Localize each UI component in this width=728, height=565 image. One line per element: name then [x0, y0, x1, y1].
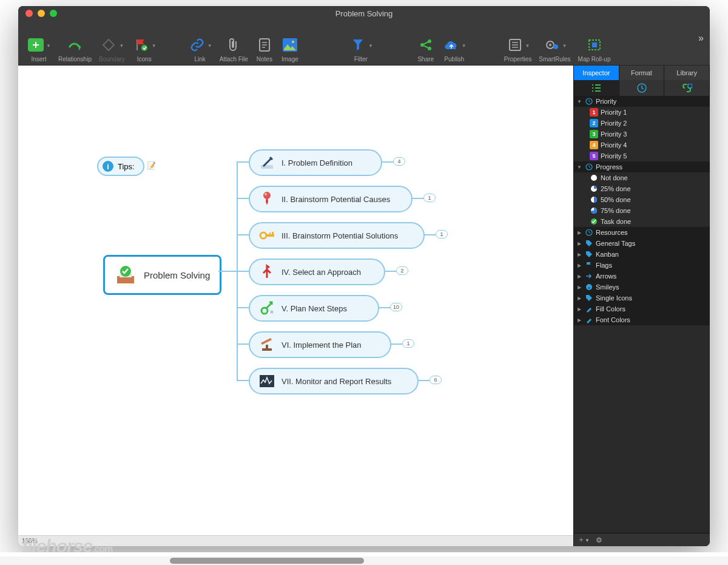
tree-item[interactable]: 4Priority 4 [574, 140, 710, 151]
mindmap-canvas[interactable]: i Tips: 📝 Problem Solving I. Problem Def… [18, 66, 573, 535]
connector-tail [385, 271, 396, 272]
connector-branch [237, 271, 249, 272]
properties-icon [506, 36, 524, 53]
minimize-window-button[interactable] [38, 10, 45, 17]
child-count-badge[interactable]: 1 [402, 339, 414, 348]
tab-format[interactable]: Format [619, 66, 665, 80]
settings-button[interactable]: ⚙ [596, 536, 602, 544]
root-node[interactable]: Problem Solving [103, 255, 221, 295]
node-icon [258, 191, 275, 208]
tree-group-progress[interactable]: ▼Progress [574, 161, 710, 172]
svg-rect-24 [272, 232, 274, 234]
tree-item[interactable]: 75% done [574, 205, 710, 216]
svg-point-11 [553, 44, 558, 49]
tree-group-font_colors[interactable]: ▶Font Colors [574, 314, 710, 325]
zoom-window-button[interactable] [50, 10, 57, 17]
connector-tail [419, 380, 430, 381]
tree-item[interactable]: 2Priority 2 [574, 118, 710, 129]
tab-library[interactable]: Library [664, 66, 710, 80]
tips-note-icon[interactable]: 📝 [147, 161, 156, 170]
traffic-lights [18, 10, 57, 17]
close-window-button[interactable] [25, 10, 33, 17]
node-icon [258, 227, 275, 244]
connector-tail [382, 161, 393, 163]
rollup-button[interactable]: Map Roll-up [575, 24, 615, 63]
map-node[interactable]: I. Problem Definition [249, 149, 382, 176]
map-node[interactable]: IV. Select an Approach [249, 259, 385, 285]
sidebar-footer: ＋▼ ⚙ [574, 533, 710, 546]
map-node[interactable]: V. Plan Next Steps [249, 295, 379, 322]
canvas-wrap: i Tips: 📝 Problem Solving I. Problem Def… [18, 66, 573, 546]
tree-group-priority[interactable]: ▼Priority [574, 96, 710, 107]
map-node[interactable]: VII. Monitor and Report Results [249, 368, 419, 394]
boundary-button[interactable]: ▼ Boundary [95, 24, 129, 63]
toolbar: ▼ Insert Relationship ▼ Boundary ▼ Icons… [18, 21, 710, 66]
tree-group-smileys[interactable]: ▶Smileys [574, 282, 710, 293]
child-count-badge[interactable]: 10 [390, 303, 402, 311]
subtab-task[interactable] [619, 80, 665, 96]
notes-button[interactable]: Notes [252, 24, 277, 63]
tree-group-kanban[interactable]: ▶Kanban [574, 249, 710, 260]
paperclip-icon [224, 36, 243, 53]
link-small-icon [681, 84, 692, 92]
subtab-markers[interactable] [574, 80, 619, 96]
child-count-badge[interactable]: 1 [436, 230, 448, 239]
map-node[interactable]: VI. Implement the Plan [249, 331, 391, 358]
child-count-badge[interactable]: 1 [423, 194, 436, 202]
publish-button[interactable]: ▼ Publish [439, 24, 470, 63]
tree-group-single_icons[interactable]: ▶Single Icons [574, 293, 710, 303]
marker-tree: ▼Priority1Priority 12Priority 23Priority… [574, 96, 710, 533]
titlebar: Problem Solving [18, 6, 710, 21]
toolbar-overflow-button[interactable]: » [698, 33, 704, 44]
properties-button[interactable]: ▼ Properties [500, 24, 536, 63]
tab-inspector[interactable]: Inspector [574, 66, 619, 80]
child-count-badge[interactable]: 2 [396, 266, 408, 275]
gear-icon [542, 36, 561, 53]
icons-button[interactable]: ▼ Icons [129, 24, 160, 63]
connector-tail [379, 307, 390, 308]
tree-group-resources[interactable]: ▶Resources [574, 227, 710, 238]
map-node[interactable]: II. Brainstorm Potential Causes [249, 186, 413, 212]
connector-branch [237, 343, 249, 345]
svg-rect-25 [269, 232, 271, 234]
svg-text:i: i [107, 162, 109, 171]
node-icon [258, 336, 275, 353]
tips-node[interactable]: i Tips: [97, 157, 144, 176]
tree-item[interactable]: 50% done [574, 194, 710, 205]
attach-button[interactable]: Attach File [216, 24, 252, 63]
tree-item[interactable]: Not done [574, 172, 710, 183]
node-label: III. Brainstorm Potential Solutions [281, 231, 398, 240]
subtab-link[interactable] [664, 80, 710, 96]
node-icon [258, 263, 275, 280]
tree-item[interactable]: Task done [574, 216, 710, 227]
svg-point-20 [263, 192, 271, 199]
smartrules-button[interactable]: ▼ SmartRules [535, 24, 574, 63]
tree-item[interactable]: 1Priority 1 [574, 107, 710, 118]
connector-branch [237, 234, 249, 235]
tree-group-flags[interactable]: ▶Flags [574, 260, 710, 271]
relationship-button[interactable]: Relationship [55, 24, 95, 63]
inspector-subtabs [574, 80, 710, 96]
child-count-badge[interactable]: 4 [393, 157, 405, 166]
tree-group-arrows[interactable]: ▶Arrows [574, 271, 710, 282]
tree-item[interactable]: 3Priority 3 [574, 129, 710, 140]
image-button[interactable]: Image [277, 24, 303, 63]
sidebar-tabs: Inspector Format Library [574, 66, 710, 80]
connector-tail [413, 198, 423, 199]
info-icon: i [102, 160, 114, 172]
connector-root [218, 271, 237, 272]
add-marker-button[interactable]: ＋▼ [578, 535, 590, 545]
node-label: IV. Select an Approach [281, 268, 361, 277]
tree-group-fill_colors[interactable]: ▶Fill Colors [574, 303, 710, 314]
tree-group-general_tags[interactable]: ▶General Tags [574, 238, 710, 249]
tree-item[interactable]: 25% done [574, 183, 710, 194]
child-count-badge[interactable]: 6 [430, 376, 442, 384]
map-node[interactable]: III. Brainstorm Potential Solutions [249, 222, 425, 249]
insert-button[interactable]: ▼ Insert [23, 24, 55, 63]
tree-item[interactable]: 5Priority 5 [574, 151, 710, 161]
link-button[interactable]: ▼ Link [184, 24, 216, 63]
filter-button[interactable]: ▼ Filter [345, 24, 377, 63]
share-icon [417, 36, 435, 53]
sidebar: Inspector Format Library ▼Priority1Prior… [573, 66, 710, 546]
share-button[interactable]: Share [413, 24, 439, 63]
